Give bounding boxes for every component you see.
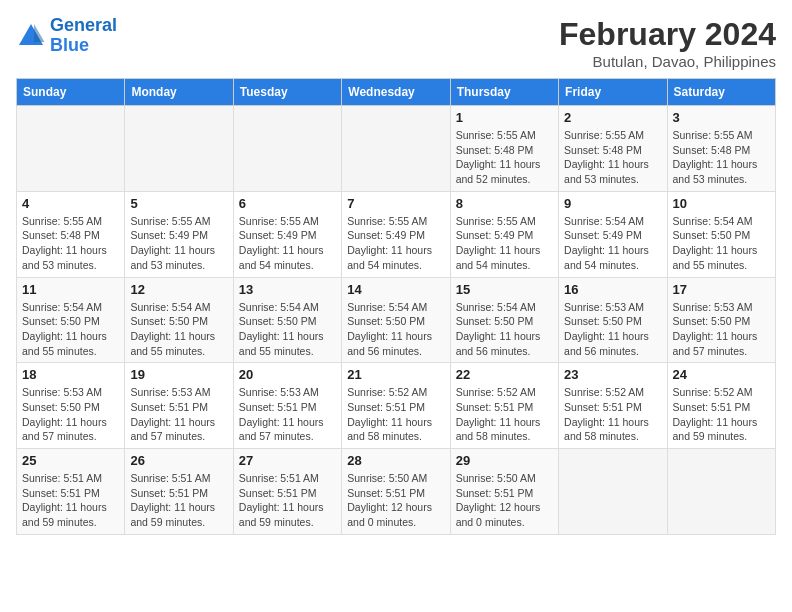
day-number: 20 <box>239 367 336 382</box>
calendar-week-3: 11Sunrise: 5:54 AMSunset: 5:50 PMDayligh… <box>17 277 776 363</box>
day-number: 13 <box>239 282 336 297</box>
weekday-header-friday: Friday <box>559 79 667 106</box>
calendar-cell: 13Sunrise: 5:54 AMSunset: 5:50 PMDayligh… <box>233 277 341 363</box>
day-number: 5 <box>130 196 227 211</box>
day-detail: Sunrise: 5:52 AMSunset: 5:51 PMDaylight:… <box>673 385 770 444</box>
day-number: 11 <box>22 282 119 297</box>
calendar-cell <box>17 106 125 192</box>
calendar-cell: 11Sunrise: 5:54 AMSunset: 5:50 PMDayligh… <box>17 277 125 363</box>
calendar-cell: 1Sunrise: 5:55 AMSunset: 5:48 PMDaylight… <box>450 106 558 192</box>
day-detail: Sunrise: 5:55 AMSunset: 5:49 PMDaylight:… <box>456 214 553 273</box>
day-detail: Sunrise: 5:55 AMSunset: 5:48 PMDaylight:… <box>456 128 553 187</box>
day-number: 25 <box>22 453 119 468</box>
calendar-cell: 9Sunrise: 5:54 AMSunset: 5:49 PMDaylight… <box>559 191 667 277</box>
calendar-cell: 22Sunrise: 5:52 AMSunset: 5:51 PMDayligh… <box>450 363 558 449</box>
day-detail: Sunrise: 5:54 AMSunset: 5:50 PMDaylight:… <box>456 300 553 359</box>
day-number: 28 <box>347 453 444 468</box>
calendar-week-5: 25Sunrise: 5:51 AMSunset: 5:51 PMDayligh… <box>17 449 776 535</box>
day-number: 9 <box>564 196 661 211</box>
day-detail: Sunrise: 5:55 AMSunset: 5:49 PMDaylight:… <box>130 214 227 273</box>
weekday-header-sunday: Sunday <box>17 79 125 106</box>
logo-icon <box>16 21 46 51</box>
calendar-week-1: 1Sunrise: 5:55 AMSunset: 5:48 PMDaylight… <box>17 106 776 192</box>
calendar-cell <box>559 449 667 535</box>
calendar-cell: 27Sunrise: 5:51 AMSunset: 5:51 PMDayligh… <box>233 449 341 535</box>
calendar-cell <box>342 106 450 192</box>
day-number: 8 <box>456 196 553 211</box>
day-number: 17 <box>673 282 770 297</box>
day-detail: Sunrise: 5:54 AMSunset: 5:49 PMDaylight:… <box>564 214 661 273</box>
title-block: February 2024 Butulan, Davao, Philippine… <box>559 16 776 70</box>
calendar-cell: 14Sunrise: 5:54 AMSunset: 5:50 PMDayligh… <box>342 277 450 363</box>
day-detail: Sunrise: 5:55 AMSunset: 5:48 PMDaylight:… <box>673 128 770 187</box>
day-detail: Sunrise: 5:55 AMSunset: 5:49 PMDaylight:… <box>347 214 444 273</box>
day-number: 15 <box>456 282 553 297</box>
day-detail: Sunrise: 5:55 AMSunset: 5:49 PMDaylight:… <box>239 214 336 273</box>
day-detail: Sunrise: 5:52 AMSunset: 5:51 PMDaylight:… <box>564 385 661 444</box>
day-number: 23 <box>564 367 661 382</box>
day-detail: Sunrise: 5:54 AMSunset: 5:50 PMDaylight:… <box>239 300 336 359</box>
calendar-cell: 26Sunrise: 5:51 AMSunset: 5:51 PMDayligh… <box>125 449 233 535</box>
calendar-cell: 4Sunrise: 5:55 AMSunset: 5:48 PMDaylight… <box>17 191 125 277</box>
day-number: 14 <box>347 282 444 297</box>
day-number: 26 <box>130 453 227 468</box>
day-detail: Sunrise: 5:52 AMSunset: 5:51 PMDaylight:… <box>456 385 553 444</box>
weekday-header-tuesday: Tuesday <box>233 79 341 106</box>
day-detail: Sunrise: 5:55 AMSunset: 5:48 PMDaylight:… <box>22 214 119 273</box>
day-detail: Sunrise: 5:51 AMSunset: 5:51 PMDaylight:… <box>130 471 227 530</box>
calendar-cell: 8Sunrise: 5:55 AMSunset: 5:49 PMDaylight… <box>450 191 558 277</box>
calendar-cell: 15Sunrise: 5:54 AMSunset: 5:50 PMDayligh… <box>450 277 558 363</box>
calendar-cell: 10Sunrise: 5:54 AMSunset: 5:50 PMDayligh… <box>667 191 775 277</box>
calendar-cell <box>667 449 775 535</box>
day-detail: Sunrise: 5:54 AMSunset: 5:50 PMDaylight:… <box>130 300 227 359</box>
calendar-cell: 16Sunrise: 5:53 AMSunset: 5:50 PMDayligh… <box>559 277 667 363</box>
day-number: 4 <box>22 196 119 211</box>
day-detail: Sunrise: 5:50 AMSunset: 5:51 PMDaylight:… <box>347 471 444 530</box>
weekday-header-saturday: Saturday <box>667 79 775 106</box>
calendar-cell: 23Sunrise: 5:52 AMSunset: 5:51 PMDayligh… <box>559 363 667 449</box>
calendar-cell: 20Sunrise: 5:53 AMSunset: 5:51 PMDayligh… <box>233 363 341 449</box>
calendar-cell: 24Sunrise: 5:52 AMSunset: 5:51 PMDayligh… <box>667 363 775 449</box>
day-detail: Sunrise: 5:54 AMSunset: 5:50 PMDaylight:… <box>347 300 444 359</box>
calendar-cell: 5Sunrise: 5:55 AMSunset: 5:49 PMDaylight… <box>125 191 233 277</box>
calendar-week-2: 4Sunrise: 5:55 AMSunset: 5:48 PMDaylight… <box>17 191 776 277</box>
calendar-week-4: 18Sunrise: 5:53 AMSunset: 5:50 PMDayligh… <box>17 363 776 449</box>
day-detail: Sunrise: 5:50 AMSunset: 5:51 PMDaylight:… <box>456 471 553 530</box>
calendar-header: SundayMondayTuesdayWednesdayThursdayFrid… <box>17 79 776 106</box>
day-number: 27 <box>239 453 336 468</box>
calendar-cell <box>233 106 341 192</box>
calendar-cell: 29Sunrise: 5:50 AMSunset: 5:51 PMDayligh… <box>450 449 558 535</box>
day-detail: Sunrise: 5:53 AMSunset: 5:51 PMDaylight:… <box>239 385 336 444</box>
logo-text: General Blue <box>50 16 117 56</box>
location: Butulan, Davao, Philippines <box>559 53 776 70</box>
day-number: 6 <box>239 196 336 211</box>
svg-marker-1 <box>34 24 45 42</box>
weekday-header-row: SundayMondayTuesdayWednesdayThursdayFrid… <box>17 79 776 106</box>
day-detail: Sunrise: 5:54 AMSunset: 5:50 PMDaylight:… <box>673 214 770 273</box>
day-number: 12 <box>130 282 227 297</box>
calendar-cell: 7Sunrise: 5:55 AMSunset: 5:49 PMDaylight… <box>342 191 450 277</box>
day-number: 16 <box>564 282 661 297</box>
day-detail: Sunrise: 5:53 AMSunset: 5:50 PMDaylight:… <box>673 300 770 359</box>
day-number: 3 <box>673 110 770 125</box>
calendar-cell: 21Sunrise: 5:52 AMSunset: 5:51 PMDayligh… <box>342 363 450 449</box>
weekday-header-thursday: Thursday <box>450 79 558 106</box>
day-number: 7 <box>347 196 444 211</box>
day-detail: Sunrise: 5:55 AMSunset: 5:48 PMDaylight:… <box>564 128 661 187</box>
day-detail: Sunrise: 5:52 AMSunset: 5:51 PMDaylight:… <box>347 385 444 444</box>
calendar-cell: 12Sunrise: 5:54 AMSunset: 5:50 PMDayligh… <box>125 277 233 363</box>
day-number: 19 <box>130 367 227 382</box>
logo: General Blue <box>16 16 117 56</box>
day-detail: Sunrise: 5:53 AMSunset: 5:50 PMDaylight:… <box>22 385 119 444</box>
day-detail: Sunrise: 5:51 AMSunset: 5:51 PMDaylight:… <box>22 471 119 530</box>
calendar-cell: 25Sunrise: 5:51 AMSunset: 5:51 PMDayligh… <box>17 449 125 535</box>
calendar-cell: 18Sunrise: 5:53 AMSunset: 5:50 PMDayligh… <box>17 363 125 449</box>
day-number: 29 <box>456 453 553 468</box>
day-number: 22 <box>456 367 553 382</box>
day-number: 10 <box>673 196 770 211</box>
day-number: 24 <box>673 367 770 382</box>
day-detail: Sunrise: 5:53 AMSunset: 5:50 PMDaylight:… <box>564 300 661 359</box>
calendar-cell: 19Sunrise: 5:53 AMSunset: 5:51 PMDayligh… <box>125 363 233 449</box>
weekday-header-monday: Monday <box>125 79 233 106</box>
calendar-cell: 2Sunrise: 5:55 AMSunset: 5:48 PMDaylight… <box>559 106 667 192</box>
